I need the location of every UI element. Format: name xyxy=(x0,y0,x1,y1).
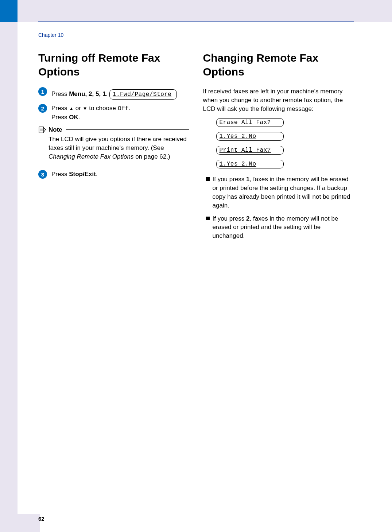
lcd-print-all: Print All Fax? xyxy=(216,146,284,155)
header-background xyxy=(0,0,392,22)
step-3-body: Press Stop/Exit. xyxy=(51,170,98,179)
note-text-2: on page 62.) xyxy=(133,153,170,160)
step-number-3-icon: 3 xyxy=(38,170,47,179)
note-label: Note xyxy=(48,126,62,133)
note-rule-top xyxy=(66,129,189,130)
lcd-yes-no-1: 1.Yes 2.No xyxy=(216,132,284,141)
step2-line2a: Press xyxy=(51,114,69,121)
step2-suffix: . xyxy=(129,105,131,112)
right-column: Changing Remote Fax Options If received … xyxy=(203,51,354,245)
note-text-italic: Changing Remote Fax Options xyxy=(48,153,133,160)
step2-ok: OK xyxy=(69,114,78,121)
lcd-erase-all: Erase All Fax? xyxy=(216,118,284,127)
b1key: 1 xyxy=(246,176,249,183)
content-area: Turning off Remote Fax Options 1 Press M… xyxy=(38,51,354,245)
step2-off: Off xyxy=(118,105,129,112)
lcd-yes-no-2: 1.Yes 2.No xyxy=(216,160,284,168)
footer-background xyxy=(0,514,40,532)
note-box: Note The LCD will give you options if th… xyxy=(38,126,189,164)
step1-prefix: Press xyxy=(51,90,69,97)
step-1-body: Press Menu, 2, 5, 1. 1.Fwd/Page/Store xyxy=(51,87,177,100)
left-heading: Turning off Remote Fax Options xyxy=(38,51,189,78)
step-3: 3 Press Stop/Exit. xyxy=(38,170,189,179)
step-number-1-icon: 1 xyxy=(38,87,47,96)
lcd-stack: Erase All Fax? 1.Yes 2.No Print All Fax?… xyxy=(216,118,354,168)
right-heading: Changing Remote Fax Options xyxy=(203,51,354,78)
step2-mid: to choose xyxy=(88,105,118,112)
step3-suffix: . xyxy=(96,171,98,178)
up-arrow-icon: ▲ xyxy=(69,106,74,111)
note-rule-bottom xyxy=(38,164,189,164)
note-text: The LCD will give you options if there a… xyxy=(38,135,189,164)
step1-keys: Menu, 2, 5, 1 xyxy=(69,90,106,97)
right-intro: If received faxes are left in your machi… xyxy=(203,87,354,113)
bullet-1: If you press 1, faxes in the memory will… xyxy=(203,175,354,210)
lcd-display-1: 1.Fwd/Page/Store xyxy=(109,89,177,100)
side-strip xyxy=(0,0,18,532)
bullet-mark-icon xyxy=(206,177,210,181)
step3-prefix: Press xyxy=(51,171,69,178)
left-column: Turning off Remote Fax Options 1 Press M… xyxy=(38,51,189,245)
note-text-1: The LCD will give you options if there a… xyxy=(48,136,187,151)
b1a: If you press xyxy=(213,176,247,183)
page-number: 62 xyxy=(38,516,44,522)
b2key: 2 xyxy=(246,215,249,222)
step3-key: Stop/Exit xyxy=(69,171,96,178)
note-header: Note xyxy=(38,126,189,133)
header-rule xyxy=(38,22,354,22)
step-number-2-icon: 2 xyxy=(38,104,47,113)
step-2-body: Press ▲ or ▼ to choose Off. Press OK. xyxy=(51,104,131,122)
down-arrow-icon: ▼ xyxy=(83,106,88,111)
blue-tab xyxy=(0,0,18,22)
step2-line2c: . xyxy=(78,114,80,121)
step1-suffix: . xyxy=(106,90,108,97)
chapter-label: Chapter 10 xyxy=(38,32,63,38)
step-1: 1 Press Menu, 2, 5, 1. 1.Fwd/Page/Store xyxy=(38,87,189,100)
step2-prefix: Press xyxy=(51,105,69,112)
b2a: If you press xyxy=(213,215,247,222)
bullet-2: If you press 2, faxes in the memory will… xyxy=(203,214,354,240)
bullet-mark-icon xyxy=(206,217,210,220)
bullet-2-text: If you press 2, faxes in the memory will… xyxy=(213,214,354,240)
bullet-1-text: If you press 1, faxes in the memory will… xyxy=(213,175,354,210)
note-icon xyxy=(38,126,46,133)
step-2: 2 Press ▲ or ▼ to choose Off. Press OK. xyxy=(38,104,189,122)
